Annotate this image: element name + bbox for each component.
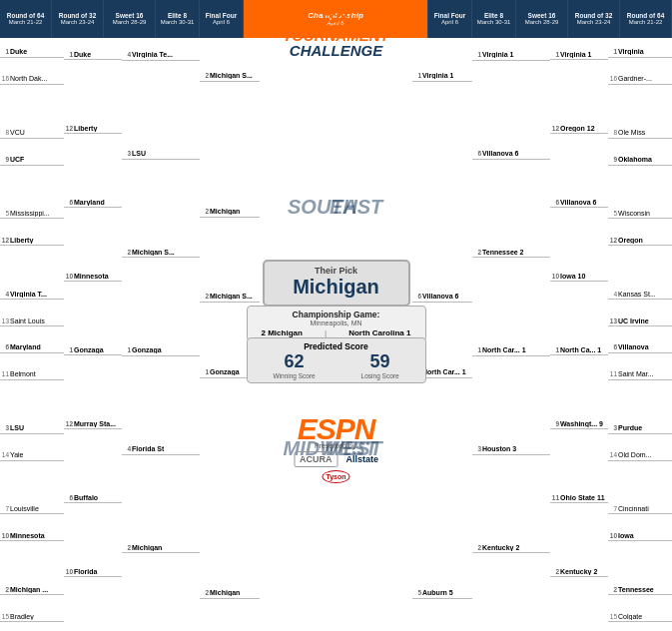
champ-title: Championship Game: xyxy=(251,310,422,319)
west-r64: 6Maryland 11Belmont 3LSU 14Yale 7Louisvi… xyxy=(0,334,64,630)
east-label: EAST xyxy=(330,196,382,219)
r32-right-col: 1Virginia 1 12Oregon 12 6Villanova 6 10I… xyxy=(550,38,608,631)
team-row: 11Belmont xyxy=(0,369,64,380)
team-row: 9Washingt... 9 xyxy=(550,418,608,429)
team-row: 2Michigan S... xyxy=(122,247,200,258)
team-row: 10Iowa xyxy=(608,530,672,541)
espn-center: ESPN Presented by: ACURA Allstate Tyson xyxy=(294,412,378,481)
team-row: 11Ohio State 11 xyxy=(550,492,608,503)
team-row: 2Michigan S... xyxy=(200,292,260,303)
team-row: 2Tennessee xyxy=(608,584,672,595)
team-row: 9Oklahoma xyxy=(608,155,672,166)
team-row: 10Florida xyxy=(64,566,122,577)
espn-header-logo: ESPN xyxy=(322,12,350,26)
team-row: 6Villanova 6 xyxy=(550,197,608,208)
center-area: EAST WEST SOUTH MIDWEST 2Michigan S... 2… xyxy=(200,38,472,631)
team-row: 12Liberty xyxy=(0,235,64,246)
team-row: 15Colgate xyxy=(608,611,672,622)
r64-right-col: 1Virginia 16Gardner-... 8Ole Miss 9Oklah… xyxy=(608,38,672,631)
round-r32-left: Round of 32 March 23-24 xyxy=(52,0,104,38)
team-row: 8Ole Miss xyxy=(608,128,672,139)
midwest-r64: 6Villanova 11Saint Mar... 3Purdue 14Old … xyxy=(608,334,672,630)
tournament-title: TOURNAMENT CHALLENGE xyxy=(283,28,388,58)
team-row: 2Kentucky 2 xyxy=(550,566,608,577)
their-pick-label: Their Pick xyxy=(269,266,404,276)
team-row: 2Michigan S... xyxy=(200,71,260,82)
team-row: 7Louisville xyxy=(0,503,64,514)
team-row: 6Maryland xyxy=(64,197,122,208)
team-row: 4Virginia T... xyxy=(0,289,64,300)
team-row: 1Gonzaga xyxy=(64,344,122,355)
team-row: 1North Car... 1 xyxy=(472,345,550,356)
pred-title: Predicted Score xyxy=(251,341,422,351)
team-row: 10Minnesota xyxy=(0,530,64,541)
team-row: 2Michigan xyxy=(200,588,260,599)
midwest-r32: 1North Ca... 1 9Washingt... 9 11Ohio Sta… xyxy=(550,334,608,630)
bracket-container: Round of 64 March 21-22 Round of 32 Marc… xyxy=(0,0,672,631)
team-row: 3Houston 3 xyxy=(472,444,550,455)
body-area: 1Duke 16North Dak... 8VCU 9UCF 5Mississi… xyxy=(0,38,672,631)
s16-e8-left-col: 4Virginia Te... 3LSU 2Michigan S... 1Gon… xyxy=(122,38,200,631)
team-row: 12Oregon xyxy=(608,235,672,246)
team-row: 3Purdue xyxy=(608,423,672,434)
team-row: 1Duke xyxy=(0,47,64,58)
south-r64: 1Virginia 16Gardner-... 8Ole Miss 9Oklah… xyxy=(608,39,672,334)
team-row: 6Villanova xyxy=(608,342,672,353)
round-r64-left: Round of 64 March 21-22 xyxy=(0,0,52,38)
team-row: 11Saint Mar... xyxy=(608,369,672,380)
right-side: 1Virginia 16Gardner-... 8Ole Miss 9Oklah… xyxy=(472,38,672,631)
team-row: 4Kansas St... xyxy=(608,289,672,300)
team-row: 2Michigan xyxy=(200,207,260,218)
east-r32: 1Duke 12Liberty 6Maryland 10Minnesota xyxy=(64,39,122,334)
team-row: 6Buffalo xyxy=(64,492,122,503)
team-row: 10Minnesota xyxy=(64,271,122,282)
round-r64-right: Round of 64 March 21-22 xyxy=(620,0,672,38)
round-r32-right: Round of 32 March 23-24 xyxy=(568,0,620,38)
team-row: 5Mississippi... xyxy=(0,208,64,219)
winning-label: Winning Score xyxy=(273,372,315,379)
team-row: 12Oregon 12 xyxy=(550,123,608,134)
east-s16: 4Virginia Te... 3LSU 2Michigan S... xyxy=(122,39,200,334)
round-s16-left: Sweet 16 March 28-29 xyxy=(104,0,156,38)
team-row: 14Yale xyxy=(0,450,64,461)
team-row: 6Maryland xyxy=(0,342,64,353)
championship-box: Championship Game: Minneapolis, MN 2 Mic… xyxy=(247,306,426,341)
team-row: 3LSU xyxy=(122,149,200,160)
s16-e8-right-col: 1Virginia 1 6Villanova 6 2Tennessee 2 1N… xyxy=(472,38,550,631)
team-row: 2Michigan xyxy=(122,542,200,553)
team-row: 12Liberty xyxy=(64,123,122,134)
team-row: 5Wisconsin xyxy=(608,208,672,219)
round-s16-right: Sweet 16 March 28-29 xyxy=(516,0,568,38)
team-row: 4Virginia Te... xyxy=(122,50,200,61)
team-row: 6Villanova 6 xyxy=(472,149,550,160)
team-row: 1Virginia 1 xyxy=(472,50,550,61)
espn-logo-center: ESPN xyxy=(294,412,378,446)
champ-left: 2Michigan xyxy=(200,187,260,218)
team-row: 9UCF xyxy=(0,155,64,166)
team-row: 6Villanova 6 xyxy=(412,292,472,303)
team-row: 10Iowa 10 xyxy=(550,271,608,282)
sponsor-logos: ACURA Allstate xyxy=(294,451,378,467)
r32-left-col: 1Duke 12Liberty 6Maryland 10Minnesota 1G… xyxy=(64,38,122,631)
team-row: 3LSU xyxy=(0,423,64,434)
team-row: 16North Dak... xyxy=(0,74,64,85)
team-row: 1Gonzaga xyxy=(122,345,200,356)
winning-score: 62 xyxy=(285,351,305,372)
team-row: 2Kentucky 2 xyxy=(472,542,550,553)
champ-team1: 2 Michigan xyxy=(262,328,303,337)
midwest-s16: 1North Car... 1 3Houston 3 2Kentucky 2 xyxy=(472,334,550,630)
team-row: 8VCU xyxy=(0,128,64,139)
ff-south: 1Virginia 1 6Villanova 6 xyxy=(412,38,472,334)
west-r32: 1Gonzaga 12Murray Sta... 6Buffalo 10Flor… xyxy=(64,334,122,630)
losing-label: Losing Score xyxy=(361,372,399,379)
team-row: 1North Ca... 1 xyxy=(550,344,608,355)
team-row: 2Tennessee 2 xyxy=(472,247,550,258)
team-row: 1Virginia 1 xyxy=(550,49,608,60)
south-r32: 1Virginia 1 12Oregon 12 6Villanova 6 10I… xyxy=(550,39,608,334)
their-pick-team: Michigan xyxy=(269,276,404,299)
team-row: 1Duke xyxy=(64,49,122,60)
tyson-logo: Tyson xyxy=(322,470,349,483)
south-s16: 1Virginia 1 6Villanova 6 2Tennessee 2 xyxy=(472,39,550,334)
acura-logo: ACURA xyxy=(294,451,338,467)
champ-team2: North Carolina 1 xyxy=(348,328,410,337)
